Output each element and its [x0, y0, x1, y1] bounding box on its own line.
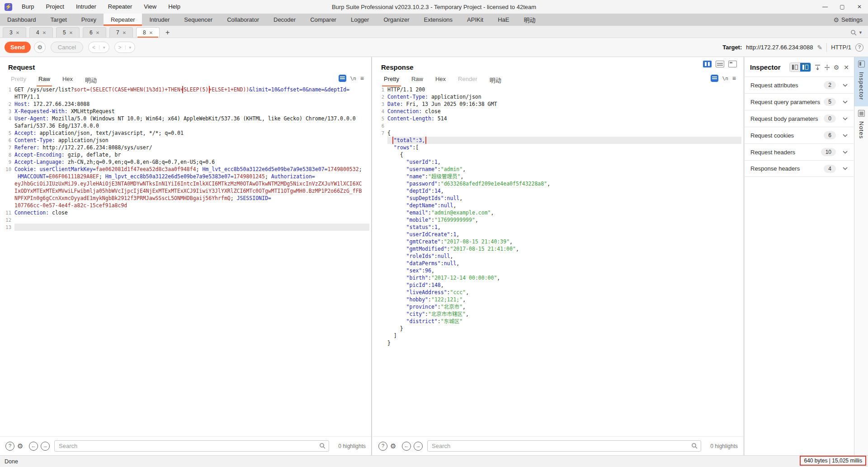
response-line: "email":"admin@example.com", — [373, 209, 741, 216]
next-match-icon[interactable]: → — [414, 442, 423, 451]
menu-item-burp[interactable]: Burp — [16, 0, 40, 14]
response-line: "username":"admin", — [373, 166, 741, 173]
history-forward-button[interactable]: >▾ — [114, 42, 136, 53]
tab-extensions[interactable]: Extensions — [417, 14, 460, 26]
sidebar-tab-inspector[interactable]: Inspector — [854, 57, 868, 106]
gear-icon: ⚙ — [37, 44, 42, 51]
session-tab-7[interactable]: 7✕ — [109, 27, 133, 38]
tab-hae[interactable]: HaE — [491, 14, 516, 26]
gear-icon[interactable]: ⚙ — [834, 64, 840, 71]
menu-item-view[interactable]: View — [138, 0, 162, 14]
collapse-all-icon[interactable] — [824, 64, 830, 71]
code-line: Connection: close — [387, 108, 741, 115]
single-pane-icon[interactable] — [790, 63, 800, 71]
split-pane-icon[interactable] — [800, 63, 811, 71]
request-tab-hex[interactable]: Hex — [62, 76, 73, 86]
sidebar-tab-notes[interactable]: Notes — [854, 106, 868, 145]
request-editor[interactable]: 1GET /sys/user/list?sort=(SELECT(CASE+WH… — [0, 86, 369, 435]
session-tab-4[interactable]: 4✕ — [29, 27, 53, 38]
inspector-section-request-attributes[interactable]: Request attributes2 — [745, 76, 854, 93]
response-tab-hex[interactable]: Hex — [435, 76, 446, 86]
request-line: 12 — [0, 216, 369, 224]
tab-search-controls[interactable]: ▼ — [850, 29, 868, 38]
close-icon[interactable]: ✕ — [851, 0, 868, 14]
add-tab-button[interactable]: + — [165, 29, 170, 38]
session-tab-8[interactable]: 8✕ — [136, 27, 160, 38]
inspector-section-request-headers[interactable]: Request headers10 — [745, 143, 854, 160]
edit-target-icon[interactable]: ✎ — [817, 44, 822, 51]
prev-match-icon[interactable]: ← — [402, 442, 411, 451]
tab-proxy[interactable]: Proxy — [74, 14, 104, 26]
cancel-button[interactable]: Cancel — [51, 42, 83, 53]
menu-item-intruder[interactable]: Intruder — [70, 0, 102, 14]
tab-dashboard[interactable]: Dashboard — [0, 14, 43, 26]
menu-item-help[interactable]: Help — [162, 0, 186, 14]
request-tab-pretty[interactable]: Pretty — [11, 76, 26, 86]
expand-all-icon[interactable] — [815, 64, 821, 71]
layout-columns-icon[interactable] — [703, 61, 712, 67]
tab-sequencer[interactable]: Sequencer — [177, 14, 220, 26]
inspector-section-request-query-parameters[interactable]: Request query parameters5 — [745, 93, 854, 110]
close-icon[interactable]: ✕ — [16, 30, 19, 35]
tab-apikit[interactable]: APIKit — [460, 14, 491, 26]
layout-tabs-icon[interactable] — [728, 61, 737, 67]
response-line: "name":"超级管理员", — [373, 173, 741, 180]
close-icon[interactable]: ✕ — [844, 64, 849, 71]
close-icon[interactable]: ✕ — [149, 30, 153, 35]
session-tab-5[interactable]: 5✕ — [56, 27, 80, 38]
tab-comparer[interactable]: Comparer — [303, 14, 344, 26]
request-tab-raw[interactable]: Raw — [38, 76, 50, 86]
format-icon[interactable] — [711, 75, 718, 82]
layout-rows-icon[interactable] — [716, 61, 724, 67]
prev-match-icon[interactable]: ← — [29, 442, 38, 451]
line-number: 3 — [0, 108, 14, 115]
tab-repeater[interactable]: Repeater — [104, 14, 142, 26]
help-icon[interactable]: ? — [378, 442, 387, 451]
menu-icon[interactable]: ≡ — [360, 75, 364, 82]
menu-item-repeater[interactable]: Repeater — [102, 0, 138, 14]
response-tab-render[interactable]: Render — [458, 76, 477, 86]
response-tab-pretty[interactable]: Pretty — [384, 76, 399, 86]
send-options-button[interactable]: ⚙ — [34, 42, 46, 53]
session-tab-3[interactable]: 3✕ — [3, 27, 26, 38]
settings-button[interactable]: ⚙ Settings — [828, 14, 868, 26]
request-tab-明动[interactable]: 明动 — [85, 76, 97, 86]
tab-decoder[interactable]: Decoder — [266, 14, 303, 26]
inspector-section-response-headers[interactable]: Response headers4 — [745, 160, 854, 177]
maximize-icon[interactable]: ▢ — [834, 0, 851, 14]
response-tab-raw[interactable]: Raw — [411, 76, 423, 86]
tab-明动[interactable]: 明动 — [517, 14, 543, 26]
nonprintable-chars-icon[interactable]: \n — [722, 76, 728, 81]
tab-collaborator[interactable]: Collaborator — [220, 14, 266, 26]
menu-item-project[interactable]: Project — [40, 0, 70, 14]
gear-icon[interactable]: ⚙ — [390, 442, 399, 450]
close-icon[interactable]: ✕ — [96, 30, 99, 35]
next-match-icon[interactable]: → — [41, 442, 50, 451]
request-search-input[interactable] — [54, 440, 329, 452]
send-button[interactable]: Send — [5, 42, 31, 53]
code-line — [14, 216, 369, 224]
http-version-selector[interactable]: HTTP/1 — [831, 44, 851, 51]
session-tab-6[interactable]: 6✕ — [83, 27, 106, 38]
response-editor[interactable]: 1HTTP/1.1 2002Content-Type: application/… — [373, 86, 741, 435]
close-icon[interactable]: ✕ — [42, 30, 46, 35]
close-icon[interactable]: ✕ — [69, 30, 73, 35]
tab-intruder[interactable]: Intruder — [142, 14, 177, 26]
tab-organizer[interactable]: Organizer — [376, 14, 416, 26]
help-icon[interactable]: ? — [5, 442, 14, 451]
inspector-section-request-cookies[interactable]: Request cookies6 — [745, 127, 854, 143]
tab-logger[interactable]: Logger — [344, 14, 376, 26]
gear-icon[interactable]: ⚙ — [17, 442, 26, 450]
response-tab-明动[interactable]: 明动 — [490, 76, 501, 86]
nonprintable-chars-icon[interactable]: \n — [350, 76, 356, 81]
response-search-input[interactable] — [427, 440, 701, 452]
minimize-icon[interactable]: — — [816, 0, 834, 14]
close-icon[interactable]: ✕ — [123, 30, 126, 35]
help-icon[interactable]: ? — [855, 43, 863, 52]
history-back-button[interactable]: <▾ — [88, 42, 109, 53]
inspector-section-request-body-parameters[interactable]: Request body parameters0 — [745, 110, 854, 127]
code-line: "sex":96, — [387, 267, 741, 274]
format-icon[interactable] — [339, 75, 346, 82]
tab-target[interactable]: Target — [43, 14, 74, 26]
menu-icon[interactable]: ≡ — [732, 75, 736, 82]
